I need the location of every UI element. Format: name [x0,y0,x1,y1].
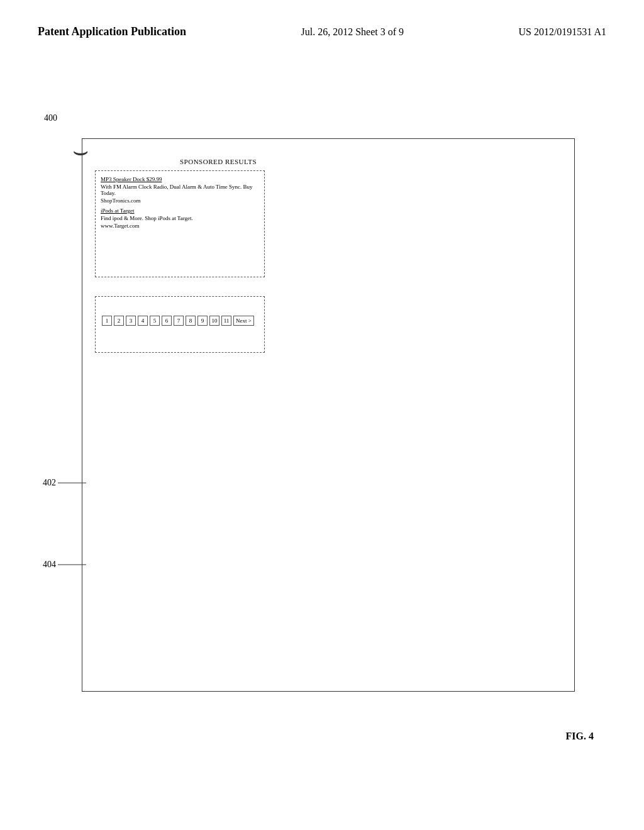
label-402: 402 [43,478,89,488]
ad2-title[interactable]: iPods at Target [101,208,259,214]
page-next-button[interactable]: Next > [233,316,254,326]
figure-label-400: 400 [44,113,57,123]
ad1-source: ShopTronics.com [101,197,259,204]
publication-number: US 2012/0191531 A1 [518,26,606,38]
arrow-402 [58,479,89,487]
page-6[interactable]: 6 [162,316,172,326]
page-10[interactable]: 10 [209,316,219,326]
arrow-404 [58,561,89,568]
page-5[interactable]: 5 [150,316,160,326]
page-11[interactable]: 11 [221,316,231,326]
ad1-desc: With FM Alarm Clock Radio, Dual Alarm & … [101,184,259,196]
pagination-controls: 1 2 3 4 5 6 7 8 9 10 11 Next > [96,297,264,326]
page-1[interactable]: 1 [102,316,112,326]
ad1-title[interactable]: MP3 Speaker Dock $29.99 [101,176,259,182]
publication-date-sheet: Jul. 26, 2012 Sheet 3 of 9 [186,26,518,38]
page-4[interactable]: 4 [138,316,148,326]
sponsored-results-label: SPONSORED RESULTS [180,158,257,165]
main-figure-box: SPONSORED RESULTS MP3 Speaker Dock $29.9… [82,138,575,692]
figure-number: FIG. 4 [566,731,594,742]
page-2[interactable]: 2 [114,316,124,326]
page-3[interactable]: 3 [126,316,136,326]
ad-box-1: MP3 Speaker Dock $29.99 With FM Alarm Cl… [95,170,265,277]
label-404: 404 [43,560,89,570]
page-7[interactable]: 7 [174,316,184,326]
figure-area: 400 ⌣ SPONSORED RESULTS MP3 Speaker Dock… [38,101,606,780]
page-8[interactable]: 8 [186,316,196,326]
ad2-source: www.Target.com [101,223,259,229]
publication-title: Patent Application Publication [38,25,186,38]
page-9[interactable]: 9 [197,316,208,326]
ad2-desc: Find ipod & More. Shop iPods at Target. [101,215,259,221]
page-header: Patent Application Publication Jul. 26, … [0,25,644,38]
pagination-box: 1 2 3 4 5 6 7 8 9 10 11 Next > [95,296,265,353]
